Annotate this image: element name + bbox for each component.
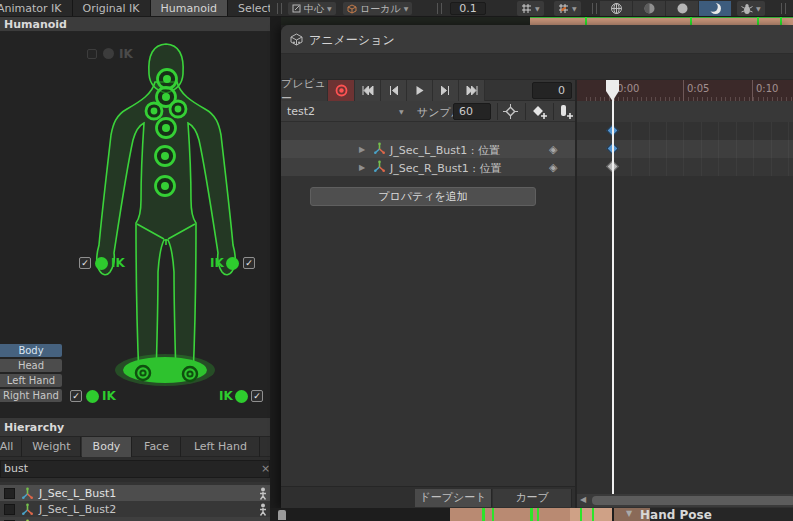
debug-menu-button[interactable]: ▼ [737,1,765,16]
hierarchy-tab-body[interactable]: Body [82,437,132,457]
rotation-mode-button[interactable]: ローカル ▼ [343,2,412,15]
shaded-wireframe-button[interactable] [600,1,633,16]
dopesheet-grid-line [788,122,789,176]
previous-frame-button[interactable] [381,80,407,101]
grid-size-field[interactable]: 0.1 [450,2,486,15]
go-to-first-frame-button[interactable] [355,80,381,101]
hand-pose-foldout-icon[interactable]: ▼ [626,509,632,518]
right-hand-ik-dot[interactable] [226,257,239,270]
clip-name: test2 [287,105,315,118]
part-button-left-hand[interactable]: Left Hand [0,374,62,387]
pivot-mode-button[interactable]: 中心 ▼ [288,2,336,15]
hierarchy-row[interactable]: J_Sec_L_Bust1 [0,485,270,501]
foldout-icon[interactable]: ▶ [359,145,365,154]
search-clear-icon[interactable]: × [261,462,270,475]
head-ik-checkbox[interactable] [87,49,97,59]
track-property-label: J_Sec_R_Bust1 : 位置 [390,161,501,176]
ruler-tick-label: 0:00 [617,83,639,94]
scene-wire-line [757,17,759,25]
foldout-icon[interactable]: ▶ [359,163,365,172]
key-diamond-icon[interactable]: ◈ [549,161,557,174]
hierarchy-panel-title: Hierarchy [0,418,270,437]
ruler-major-tick [683,80,684,101]
scroll-left-arrow[interactable]: ◀ [580,495,586,504]
search-row: bust × [0,457,270,482]
left-hand-ik-checkbox[interactable]: ✓ [79,257,91,269]
animation-tab-row: プロジェクト アニメーション [281,54,793,80]
pivot-icon [292,4,301,13]
right-hand-ik-checkbox[interactable]: ✓ [243,257,255,269]
record-button[interactable] [328,80,355,101]
hand-pose-label[interactable]: Hand Pose [640,508,712,521]
animation-window: アニメーション プロジェクト アニメーション プレビュー 0 [281,25,793,508]
track-row[interactable]: ▶ J_Sec_R_Bust1 : 位置 ◈ [281,158,575,176]
shaded-button[interactable] [666,1,699,16]
hierarchy-tab-left-hand[interactable]: Left Hand [182,437,260,457]
toolbar-drag-handle[interactable] [437,3,442,14]
toolbar-drag-handle[interactable] [277,3,282,14]
right-foot-ik-checkbox[interactable]: ✓ [251,390,263,402]
cube-icon [347,4,357,14]
hierarchy-tab-weight[interactable]: Weight [23,437,81,457]
tab-selection[interactable]: Selection [228,0,270,16]
clip-dropdown[interactable]: test2 ▼ [281,101,411,122]
horizontal-scrollbar[interactable]: ◀ [577,494,793,507]
dopesheet-grid-line [683,122,684,176]
left-foot-ik-checkbox[interactable]: ✓ [70,390,82,402]
shaded-texture-button[interactable] [633,1,666,16]
hierarchy-row[interactable]: J_Sec_R_Bust1 [0,517,270,521]
go-to-last-frame-button[interactable] [459,80,485,101]
part-button-right-hand[interactable]: Right Hand [0,389,62,402]
chevron-down-icon: ▼ [404,5,409,12]
add-keyframe-button[interactable] [531,104,548,119]
search-input[interactable]: bust [0,460,270,478]
key-diamond-icon[interactable]: ◈ [549,143,557,156]
dopesheet-grid-line [753,122,754,176]
chevron-down-icon: ▼ [535,5,540,12]
tab-humanoid[interactable]: Humanoid [151,0,228,16]
add-event-button[interactable] [558,104,574,119]
samples-field[interactable]: 60 [453,103,491,120]
hierarchy-panel: Hierarchy All Weight Body Face Left Hand… [0,417,270,521]
dope-sheet-button[interactable]: ドープシート [415,489,492,507]
dopesheet-grid-line [701,122,702,176]
hierarchy-tab-all[interactable]: All [0,437,22,457]
playhead-marker[interactable] [606,80,619,101]
hierarchy-tab-bar: All Weight Body Face Left Hand [0,437,270,457]
playhead-line[interactable] [612,80,614,494]
preview-button[interactable]: プレビュー [281,80,328,101]
scrollbar-thumb[interactable] [592,496,793,505]
scene-lighting-button[interactable] [699,1,732,16]
scene-toolbar: 中心 ▼ ローカル ▼ 0.1 ▼ ▼ ▼ [270,0,793,17]
toolbar-drag-handle[interactable] [781,3,786,14]
track-row[interactable]: ▶ J_Sec_L_Bust1 : 位置 ◈ [281,140,575,158]
filter-curves-button[interactable] [503,104,518,119]
part-button-body[interactable]: Body [0,344,62,357]
toolbar-drag-handle[interactable] [592,3,597,14]
grid-visibility-button[interactable]: ▼ [554,1,581,16]
part-button-head[interactable]: Head [0,359,62,372]
add-property-button[interactable]: プロパティを追加 [310,187,536,206]
ruler-major-tick [752,80,753,101]
hierarchy-tab-face[interactable]: Face [133,437,181,457]
play-button[interactable] [407,80,433,101]
animation-cube-icon [290,33,303,46]
scene-model-skin [450,508,570,521]
left-foot-ik-dot[interactable] [86,390,99,403]
left-hand-ik-dot[interactable] [95,257,108,270]
animation-window-titlebar[interactable]: アニメーション [281,25,793,54]
row-checkbox[interactable] [4,488,15,499]
next-frame-button[interactable] [433,80,459,101]
transform-icon [373,160,386,173]
hierarchy-row[interactable]: J_Sec_L_Bust2 [0,501,270,517]
tab-animator-ik[interactable]: Animator IK [0,0,73,16]
grid-snap-button[interactable]: ▼ [517,1,544,16]
dopesheet-grid-line [736,122,737,176]
curves-button[interactable]: カーブ [493,489,572,507]
row-checkbox[interactable] [4,504,15,515]
current-frame-field[interactable]: 0 [532,82,572,99]
scene-wire-line [530,508,533,521]
keyframe-band[interactable] [577,122,793,176]
tab-original-ik[interactable]: Original IK [73,0,151,16]
right-foot-ik-dot[interactable] [235,390,248,403]
